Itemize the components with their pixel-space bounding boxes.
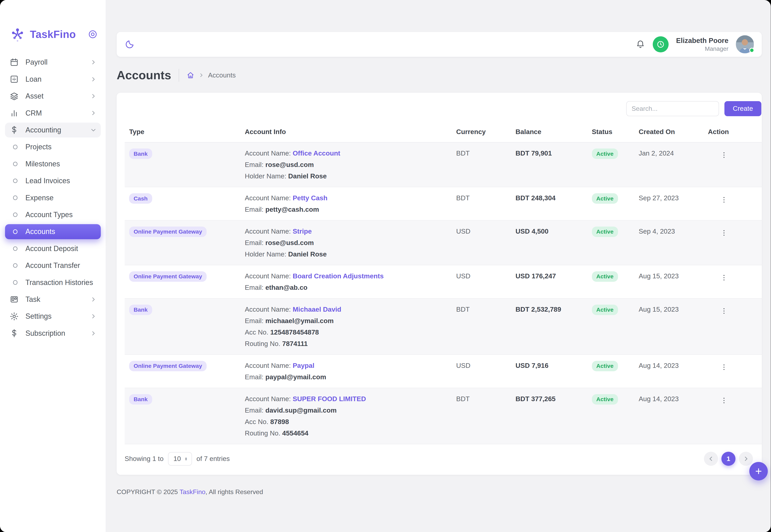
pagination-bar: Showing 1 to 10 ▲▼ of 7 entries 1 <box>125 452 753 466</box>
type-badge: Online Payment Gateway <box>129 361 207 371</box>
sidebar-item-payroll[interactable]: Payroll <box>5 55 101 70</box>
sidebar-item-transaction-histories[interactable]: Transaction Histories <box>5 275 101 290</box>
sidebar-item-milestones[interactable]: Milestones <box>5 157 101 171</box>
account-name-link[interactable]: SUPER FOOD LIMITED <box>293 395 366 403</box>
row-actions-menu-icon[interactable] <box>720 363 728 371</box>
sidebar-item-accounting[interactable]: Accounting <box>5 123 101 137</box>
accounts-card: Create TypeAccount InfoCurrencyBalanceSt… <box>117 93 762 475</box>
sidebar-item-label: Lead Invoices <box>25 177 70 185</box>
field-label: Email: <box>245 373 265 381</box>
row-actions-menu-icon[interactable] <box>720 229 728 237</box>
field-label: Acc No. <box>245 418 270 425</box>
created-on-cell: Jan 2, 2024 <box>639 149 708 158</box>
status-badge: Active <box>592 361 618 371</box>
account-name-link[interactable]: Office Account <box>293 150 340 157</box>
sidebar-toggle-icon[interactable] <box>88 29 98 39</box>
dark-mode-moon-icon[interactable] <box>125 39 135 49</box>
prev-page-button[interactable] <box>704 452 718 466</box>
field-label: Email: <box>245 206 265 213</box>
account-info-field: Account Name: Petty Cash <box>245 193 456 203</box>
sidebar-item-accounts[interactable]: Accounts <box>5 224 101 239</box>
balance-cell: USD 176,247 <box>516 271 592 281</box>
field-value: paypal@ymail.com <box>265 373 326 381</box>
status-badge: Active <box>592 227 618 237</box>
row-actions-menu-icon[interactable] <box>720 397 728 405</box>
next-page-button[interactable] <box>739 452 753 466</box>
sidebar-item-label: Transaction Histories <box>25 278 93 287</box>
sidebar-item-lead-invoices[interactable]: Lead Invoices <box>5 173 101 188</box>
sidebar-item-account-deposit[interactable]: Account Deposit <box>5 241 101 256</box>
field-label: Account Name: <box>245 194 292 202</box>
column-header-currency: Currency <box>456 121 516 142</box>
type-badge: Cash <box>129 193 152 204</box>
sidebar-item-account-transfer[interactable]: Account Transfer <box>5 258 101 273</box>
row-actions-menu-icon[interactable] <box>720 307 728 315</box>
row-actions-menu-icon[interactable] <box>720 151 728 159</box>
account-name-link[interactable]: Board Creation Adjustments <box>293 272 384 280</box>
currency-cell: USD <box>456 271 516 281</box>
entries-text: of 7 entries <box>196 455 230 463</box>
field-label: Account Name: <box>245 228 292 235</box>
footer: COPYRIGHT © 2025 TaskFino, All rights Re… <box>117 488 762 508</box>
row-actions-menu-icon[interactable] <box>720 274 728 282</box>
footer-brand-link[interactable]: TaskFino <box>179 488 205 495</box>
sidebar: TaskFino PayrollLoanAssetCRMAccountingPr… <box>0 0 106 532</box>
sidebar-item-account-types[interactable]: Account Types <box>5 207 101 222</box>
currency-cell: USD <box>456 227 516 236</box>
account-info-field: Acc No. 1254878454878 <box>245 328 456 337</box>
field-value: Daniel Rose <box>288 250 327 258</box>
chevron-right-icon <box>90 110 97 116</box>
online-status-dot <box>749 48 754 53</box>
currency-cell: BDT <box>456 305 516 314</box>
balance-cell: BDT 79,901 <box>516 149 592 158</box>
sidebar-item-label: Settings <box>25 312 52 320</box>
attendance-clock-button[interactable] <box>653 36 669 52</box>
home-icon[interactable] <box>186 71 194 79</box>
field-label: Acc No. <box>245 329 270 336</box>
create-button[interactable]: Create <box>724 101 761 116</box>
circle-icon <box>13 162 17 166</box>
avatar[interactable] <box>736 35 754 53</box>
showing-text: Showing 1 to <box>125 455 164 463</box>
app-window: TaskFino PayrollLoanAssetCRMAccountingPr… <box>0 0 771 532</box>
sidebar-item-loan[interactable]: Loan <box>5 72 101 87</box>
account-info-field: Routing No. 7874111 <box>245 339 456 348</box>
account-name-link[interactable]: Michaael David <box>293 306 341 313</box>
bar-chart-icon <box>9 108 19 118</box>
taskfino-logo-icon <box>10 27 25 42</box>
user-block[interactable]: Elizabeth Poore Manager <box>676 36 728 53</box>
sidebar-item-task[interactable]: Task <box>5 292 101 307</box>
main-content: Elizabeth Poore Manager Accounts <box>106 0 771 508</box>
type-badge: Bank <box>129 305 152 315</box>
dollar-icon <box>9 329 19 338</box>
field-label: Email: <box>245 239 265 246</box>
sidebar-item-subscription[interactable]: Subscription <box>5 326 101 341</box>
row-actions-menu-icon[interactable] <box>720 196 728 204</box>
account-name-link[interactable]: Stripe <box>293 228 312 235</box>
table-row: BankAccount Name: Office AccountEmail: r… <box>125 142 762 187</box>
account-info-field: Account Name: SUPER FOOD LIMITED <box>245 394 456 404</box>
field-label: Account Name: <box>245 306 292 313</box>
notifications-bell-icon[interactable] <box>636 40 645 49</box>
fab-add-button[interactable] <box>749 462 768 480</box>
account-info-field: Account Name: Stripe <box>245 227 456 236</box>
sidebar-item-settings[interactable]: Settings <box>5 309 101 324</box>
current-page-button[interactable]: 1 <box>721 452 735 466</box>
created-on-cell: Aug 14, 2023 <box>639 394 708 404</box>
balance-cell: BDT 248,304 <box>516 193 592 203</box>
sidebar-item-expense[interactable]: Expense <box>5 190 101 205</box>
circle-icon <box>13 246 17 251</box>
page-buttons: 1 <box>704 452 753 466</box>
balance-cell: BDT 2,532,789 <box>516 305 592 314</box>
account-name-link[interactable]: Petty Cash <box>293 194 327 202</box>
search-input[interactable] <box>626 101 719 116</box>
status-badge: Active <box>592 305 618 315</box>
account-name-link[interactable]: Paypal <box>293 362 314 369</box>
status-badge: Active <box>592 149 618 159</box>
sidebar-item-crm[interactable]: CRM <box>5 106 101 120</box>
sidebar-item-projects[interactable]: Projects <box>5 139 101 154</box>
sidebar-item-asset[interactable]: Asset <box>5 89 101 104</box>
page-size-select[interactable]: 10 ▲▼ <box>168 452 192 466</box>
page-size-value: 10 <box>173 455 181 463</box>
table-row: BankAccount Name: Michaael DavidEmail: m… <box>125 298 762 355</box>
